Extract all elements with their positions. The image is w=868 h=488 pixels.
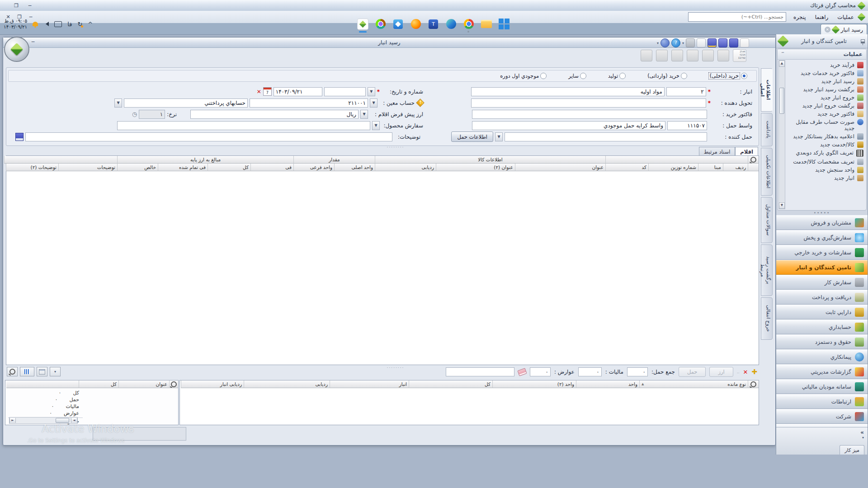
calendar-icon[interactable]: 7: [263, 87, 272, 96]
copy-icon[interactable]: [697, 38, 706, 47]
touch-keyboard-icon[interactable]: [54, 21, 62, 27]
photos-icon[interactable]: [392, 19, 404, 30]
help-icon[interactable]: ?: [671, 38, 680, 47]
carrier-field[interactable]: [505, 132, 707, 141]
module-accounting[interactable]: حسابداري: [776, 319, 868, 334]
radio-opening-inventory[interactable]: موجودي اول دوره: [500, 73, 547, 79]
operations-scrollbar[interactable]: ▲ ▼: [778, 60, 785, 209]
clear-date-icon[interactable]: ✕: [257, 89, 261, 95]
splitter-handle[interactable]: ········: [368, 145, 423, 150]
radio-purchase-domestic[interactable]: خرید (داخلی): [709, 73, 747, 79]
save-close-icon[interactable]: [718, 38, 727, 47]
menu-help[interactable]: راهنما: [811, 14, 833, 20]
radio-production[interactable]: تولید: [608, 73, 626, 79]
op-new-exit-return[interactable]: برگشت خروج انبار جدید: [786, 102, 864, 110]
minimize-icon[interactable]: ─: [29, 39, 37, 45]
grid-view-icon[interactable]: [37, 367, 47, 376]
browser-icon[interactable]: [375, 19, 386, 30]
receipt-date-field[interactable]: ۱۴۰۳/۰۹/۲۱: [274, 87, 322, 96]
col-net[interactable]: خالص: [117, 164, 158, 171]
op-new-counterparty-statement[interactable]: صورت حساب طرف مقابل جدید: [786, 118, 864, 132]
summary-extra-field[interactable]: [446, 367, 514, 376]
op-new-warehouse-exit[interactable]: خروج انبار جدید: [786, 94, 864, 102]
tab-transfer-exit[interactable]: خروج انتقالی: [761, 297, 773, 340]
deliverer-field[interactable]: [471, 99, 706, 108]
firefox-icon[interactable]: [410, 19, 421, 30]
menu-operations[interactable]: عملیات: [833, 14, 859, 20]
freight-agent-code-field[interactable]: ۱۱۱۵۰۷: [667, 121, 707, 130]
speaker-icon[interactable]: [43, 22, 49, 26]
settings-small-icon[interactable]: ▾: [50, 367, 61, 376]
freight-agent-name-field[interactable]: واسط کرایه حمل موجودي: [472, 121, 665, 130]
col-notes[interactable]: توضیحات: [58, 164, 117, 171]
module-receive-pay[interactable]: دریافت و پرداخت: [776, 290, 868, 305]
search-icon[interactable]: [750, 381, 756, 387]
col-row[interactable]: ردیف: [723, 164, 748, 171]
account-dropdown-icon[interactable]: ▼: [370, 99, 377, 108]
more-modules-icon[interactable]: »: [860, 429, 864, 436]
freight-total-field[interactable]: ۰: [627, 367, 648, 376]
number-dropdown-icon[interactable]: ▼: [368, 87, 375, 96]
collapse-icon[interactable]: ˆˆ: [781, 52, 783, 56]
account-name-dropdown-icon[interactable]: ▼: [114, 99, 122, 108]
toolbar-overflow-icon[interactable]: ▾: [657, 41, 659, 45]
col-basis[interactable]: مبنا: [698, 164, 723, 171]
module-management-reports[interactable]: گزارشات مدیریتي: [776, 364, 868, 379]
shipping-info-button[interactable]: اطلاعات حمل: [451, 131, 493, 142]
op-new-warehouse[interactable]: انبار جدید: [786, 174, 864, 182]
operations-title-bar[interactable]: عملیات ˆˆ: [778, 49, 866, 60]
pin-icon[interactable]: [861, 39, 865, 43]
menu-window[interactable]: پنجره: [789, 14, 811, 20]
op-new-goods-service[interactable]: کالا/خدمت جدید: [786, 141, 864, 149]
col-total[interactable]: کل: [208, 164, 250, 171]
tools-icon[interactable]: [660, 38, 670, 47]
op-new-warehouse-receipt[interactable]: رسید انبار جدید: [786, 77, 864, 85]
search-input[interactable]: [688, 12, 786, 22]
tab-main-info[interactable]: اطلاعات اصلی: [761, 68, 773, 112]
op-purchase-process[interactable]: فرآیند خرید: [786, 61, 864, 69]
freight-button[interactable]: حمل: [679, 367, 706, 377]
notes-field[interactable]: [25, 132, 392, 141]
col-main-unit[interactable]: واحد اصلی: [334, 164, 375, 171]
op-new-purchase-invoice[interactable]: فاکتور خرید جدید: [786, 110, 864, 118]
sync-icon[interactable]: ↻: [77, 21, 82, 28]
save-note-icon[interactable]: [15, 133, 24, 141]
col-title[interactable]: عنوان: [118, 380, 169, 388]
tab-additional-info[interactable]: اطلاعات تکمیلی: [761, 148, 773, 196]
col-title[interactable]: عنوان: [515, 164, 605, 171]
tax-field[interactable]: ۰: [578, 367, 602, 376]
module-fixed-assets[interactable]: دارایي ثابت: [776, 305, 868, 319]
new-document-icon[interactable]: [740, 38, 749, 47]
more-icon[interactable]: ..: [737, 370, 740, 374]
print-icon[interactable]: [686, 38, 695, 47]
currency-field[interactable]: ریال: [190, 110, 359, 119]
col-warehouse[interactable]: انبار: [330, 380, 409, 388]
radio-other[interactable]: سایر: [568, 73, 586, 79]
save-new-icon[interactable]: [708, 38, 717, 47]
horizontal-scrollbar[interactable]: ◄►: [9, 417, 78, 424]
zoom-add-icon[interactable]: [7, 367, 18, 376]
col-unit2[interactable]: واحد (۲): [492, 380, 576, 388]
module-ordering-distribution[interactable]: سفارش‌گیري و پخش: [776, 230, 868, 245]
module-payroll[interactable]: حقوق و دستمزد: [776, 334, 868, 349]
col-unit-price[interactable]: فی: [250, 164, 293, 171]
col-balance-type[interactable]: نوع مانده▲: [639, 380, 748, 388]
col-code[interactable]: کد: [605, 164, 648, 171]
col-sub-unit[interactable]: واحد فرعی: [293, 164, 334, 171]
minimize-icon[interactable]: ─: [26, 3, 33, 9]
col-unit[interactable]: واحد: [576, 380, 639, 388]
account-code-field[interactable]: ۲۱۱۰۰۱: [250, 99, 368, 108]
delete-row-icon[interactable]: ✕: [743, 369, 748, 375]
workspace-tab[interactable]: میز کار: [840, 445, 864, 455]
items-grid-body[interactable]: [6, 171, 759, 364]
tab-notes[interactable]: یادداشت: [761, 113, 773, 146]
col-title2[interactable]: عنوان (۲): [436, 164, 515, 171]
warehouse-code-field[interactable]: ۲: [666, 87, 706, 96]
chrome-icon[interactable]: [463, 19, 474, 30]
op-new-debit-credit-notice[interactable]: اعلامیه بدهکار بستانکار جدید: [786, 132, 864, 141]
currency-dropdown-icon[interactable]: ▼: [360, 110, 368, 119]
start-button-icon[interactable]: [498, 19, 509, 30]
farataak-app-icon[interactable]: [357, 19, 368, 30]
op-define-goods-specs[interactable]: تعریف مشخصات کالا/خدمت: [786, 158, 864, 166]
purchase-invoice-field[interactable]: [472, 110, 707, 119]
